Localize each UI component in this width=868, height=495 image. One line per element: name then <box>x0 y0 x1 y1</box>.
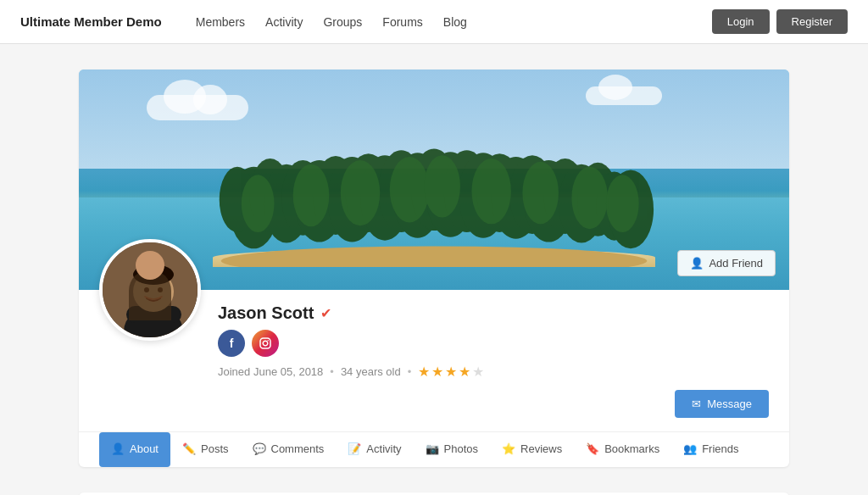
nav-groups[interactable]: Groups <box>323 15 362 29</box>
header-actions: Login Register <box>712 9 848 34</box>
instagram-icon <box>259 336 272 350</box>
trees-svg <box>188 148 680 267</box>
avatar-image <box>103 242 198 337</box>
svg-point-30 <box>424 155 460 217</box>
nav-activity[interactable]: Activity <box>265 15 303 29</box>
svg-point-43 <box>263 341 268 346</box>
star-1: ★ <box>418 364 430 380</box>
svg-point-32 <box>522 162 559 224</box>
posts-icon: ✏️ <box>182 442 196 455</box>
friends-icon: 👥 <box>683 442 697 455</box>
social-icons: f <box>218 330 769 357</box>
tab-about[interactable]: 👤 About <box>99 432 170 467</box>
tab-reviews[interactable]: ⭐ Reviews <box>490 432 574 467</box>
svg-point-39 <box>133 264 174 285</box>
tab-photos[interactable]: 📷 Photos <box>414 432 490 467</box>
add-friend-label: Add Friend <box>709 257 763 270</box>
site-logo: Ultimate Member Demo <box>20 14 162 29</box>
facebook-link[interactable]: f <box>218 330 245 357</box>
tab-comments[interactable]: 💬 Comments <box>241 432 337 467</box>
profile-info: Jason Scott ✔ f Joined June 05, 2018 • 3… <box>79 290 789 431</box>
svg-point-31 <box>471 159 510 224</box>
dot-separator-2: • <box>408 365 412 378</box>
tab-activity-label: Activity <box>366 442 401 455</box>
age: 34 years old <box>341 365 401 378</box>
reviews-icon: ⭐ <box>502 442 515 455</box>
main-nav: Members Activity Groups Forums Blog <box>196 15 712 29</box>
svg-point-41 <box>158 287 163 292</box>
cloud-1 <box>147 95 248 120</box>
message-label: Message <box>707 398 752 410</box>
profile-name: Jason Scott <box>218 303 314 323</box>
star-3: ★ <box>445 364 457 380</box>
join-date: Joined June 05, 2018 <box>218 365 323 378</box>
svg-point-26 <box>242 175 275 232</box>
login-button[interactable]: Login <box>712 9 770 34</box>
avatar <box>99 239 201 341</box>
svg-rect-37 <box>126 306 181 323</box>
star-rating: ★ ★ ★ ★ ★ <box>418 364 484 380</box>
svg-point-40 <box>144 287 149 292</box>
photos-icon: 📷 <box>426 442 439 455</box>
tab-posts[interactable]: ✏️ Posts <box>170 432 241 467</box>
svg-point-33 <box>571 166 608 228</box>
main-content: 👤 Add Friend <box>65 70 803 467</box>
verified-icon: ✔ <box>320 305 331 321</box>
nav-members[interactable]: Members <box>196 15 245 29</box>
dot-separator-1: • <box>330 365 334 378</box>
tab-comments-label: Comments <box>271 442 325 455</box>
message-btn-wrap: ✉ Message <box>99 380 769 431</box>
add-friend-icon: 👤 <box>690 257 704 270</box>
svg-point-27 <box>293 164 330 226</box>
tree-row <box>188 148 680 267</box>
tab-posts-label: Posts <box>201 442 229 455</box>
message-button[interactable]: ✉ Message <box>675 390 769 418</box>
about-icon: 👤 <box>111 442 125 455</box>
star-5: ★ <box>472 364 484 380</box>
avatar-svg <box>103 242 198 337</box>
nav-forums[interactable]: Forums <box>382 15 422 29</box>
tab-friends[interactable]: 👥 Friends <box>671 432 750 467</box>
svg-point-34 <box>606 175 639 232</box>
profile-tabs: 👤 About ✏️ Posts 💬 Comments 📝 Activity 📷… <box>79 431 789 467</box>
star-4: ★ <box>459 364 470 380</box>
star-2: ★ <box>431 364 443 380</box>
svg-point-28 <box>341 160 380 225</box>
comments-icon: 💬 <box>253 442 266 455</box>
cover-island <box>188 131 680 267</box>
nav-blog[interactable]: Blog <box>443 15 467 29</box>
tab-bookmarks-label: Bookmarks <box>604 442 659 455</box>
svg-point-44 <box>267 340 269 342</box>
tab-about-label: About <box>130 442 159 455</box>
bookmarks-icon: 🔖 <box>586 442 599 455</box>
tab-activity[interactable]: 📝 Activity <box>336 432 413 467</box>
svg-point-0 <box>221 246 648 267</box>
tab-reviews-label: Reviews <box>520 442 562 455</box>
tab-photos-label: Photos <box>444 442 478 455</box>
add-friend-button[interactable]: 👤 Add Friend <box>677 250 776 276</box>
site-header: Ultimate Member Demo Members Activity Gr… <box>0 0 868 44</box>
tab-friends-label: Friends <box>702 442 738 455</box>
svg-point-29 <box>390 157 429 222</box>
message-icon: ✉ <box>692 398 701 410</box>
cloud-2 <box>586 86 662 105</box>
activity-icon: 📝 <box>348 442 361 455</box>
profile-name-row: Jason Scott ✔ <box>218 290 769 323</box>
register-button[interactable]: Register <box>776 9 848 34</box>
profile-meta: Joined June 05, 2018 • 34 years old • ★ … <box>218 364 769 380</box>
svg-rect-42 <box>260 338 270 348</box>
profile-card: 👤 Add Friend <box>79 70 789 467</box>
instagram-link[interactable] <box>252 330 279 357</box>
tab-bookmarks[interactable]: 🔖 Bookmarks <box>574 432 671 467</box>
